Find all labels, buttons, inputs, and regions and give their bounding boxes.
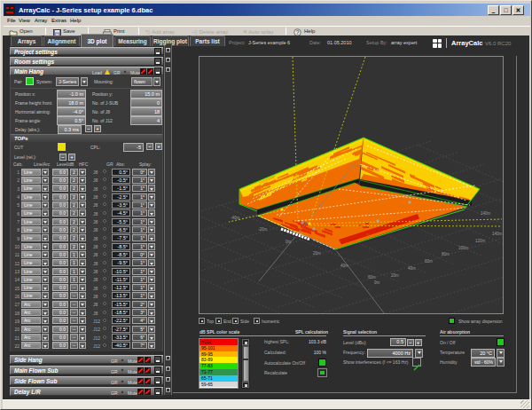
svg-text:40m: 40m — [408, 266, 416, 271]
svg-text:20m: 20m — [313, 251, 321, 256]
svg-text:80m: 80m — [442, 252, 450, 256]
svg-text:0m: 0m — [286, 240, 292, 244]
svg-text:60m: 60m — [368, 275, 376, 280]
svg-text:140m: 140m — [492, 232, 503, 236]
svg-text:-40m: -40m — [231, 216, 240, 220]
svg-text:20m: 20m — [391, 273, 399, 278]
svg-text:40m: 40m — [340, 264, 348, 268]
svg-text:0m: 0m — [374, 280, 380, 285]
svg-text:?: ? — [296, 29, 300, 35]
svg-text:140m: 140m — [481, 211, 491, 216]
svg-text:100m: 100m — [458, 246, 469, 250]
svg-text:120m: 120m — [475, 239, 486, 243]
svg-text:60m: 60m — [425, 259, 433, 264]
svg-text:-20m: -20m — [258, 227, 268, 232]
